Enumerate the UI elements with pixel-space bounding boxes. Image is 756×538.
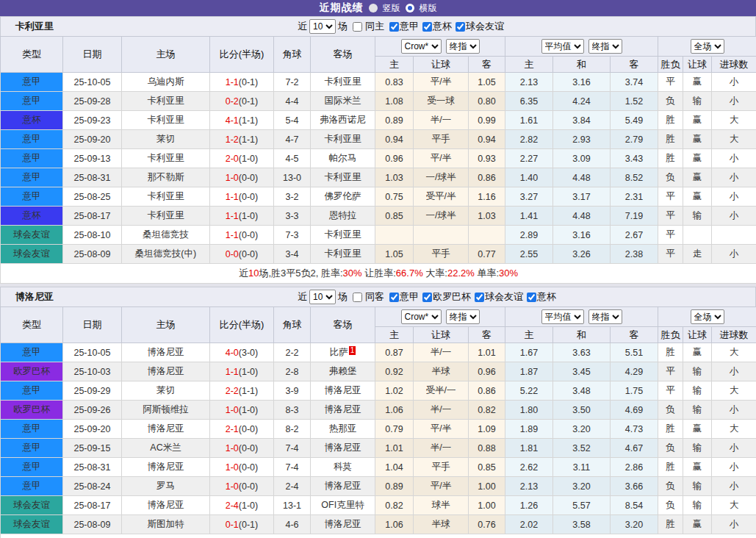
- away-team: 恩特拉: [311, 207, 375, 226]
- away-team: 博洛尼亚: [311, 477, 375, 496]
- match-score: 2-2(1-1): [210, 381, 274, 401]
- match-type-badge: 意甲: [1, 420, 63, 439]
- col-score: 比分(半场): [210, 307, 274, 343]
- result-flag: 平: [658, 381, 683, 401]
- avg-home: 1.61: [505, 111, 553, 130]
- handicap-flag: 赢: [683, 168, 712, 187]
- team-section-bologna: 博洛尼亚 近 10 场 同客 意甲欧罗巴杯球会友谊意杯 类型 日期 主场 比分(…: [0, 287, 756, 538]
- home-team: 罗马: [122, 477, 210, 496]
- match-score: 4-1(1-1): [210, 111, 274, 130]
- league-checkbox[interactable]: [422, 293, 432, 302]
- scope-select[interactable]: 全场: [691, 39, 724, 54]
- match-date: 25-09-20: [63, 420, 122, 439]
- match-score: 1-2(1-1): [210, 130, 274, 149]
- odds-home: 0.83: [375, 73, 414, 92]
- match-score: 1-0(0-0): [210, 477, 274, 496]
- match-date: 25-10-05: [63, 343, 122, 362]
- handicap-flag: 赢: [683, 515, 712, 534]
- radio-vertical-label[interactable]: 竖版: [383, 2, 400, 15]
- match-score: 1-0(0-0): [210, 168, 274, 187]
- league-filters: 意甲欧罗巴杯球会友谊意杯: [386, 290, 557, 304]
- match-date: 25-08-09: [63, 515, 122, 534]
- radio-horizontal[interactable]: [406, 4, 414, 12]
- goals-flag: 小: [712, 439, 756, 458]
- match-type-badge: 意杯: [1, 207, 63, 226]
- col-odds-handicap: 让球: [414, 57, 469, 73]
- col-date: 日期: [63, 307, 122, 343]
- col-avg-away: 客: [611, 57, 658, 73]
- result-flag: 负: [658, 92, 683, 111]
- league-checkbox[interactable]: [389, 293, 399, 302]
- match-row: 意甲25-10-05乌迪内斯1-1(0-1)7-2卡利亚里0.83平/半1.05…: [1, 73, 756, 92]
- match-score: 1-1(0-1): [210, 73, 274, 92]
- avg-away: 3.66: [611, 477, 658, 496]
- scope-dropdown: 全场: [658, 37, 756, 57]
- league-checkbox[interactable]: [422, 22, 432, 32]
- same-venue-checkbox[interactable]: [353, 22, 362, 32]
- avg-draw: 3.20: [553, 420, 611, 439]
- away-team: 帕尔马: [311, 149, 375, 168]
- odds-handicap: 半/一: [414, 343, 469, 362]
- match-date: 25-08-17: [63, 496, 122, 515]
- league-label: 意杯: [537, 290, 556, 304]
- odds-home: 1.08: [375, 92, 414, 111]
- home-team: 阿斯顿维拉: [122, 401, 210, 420]
- away-team: 热那亚: [311, 420, 375, 439]
- odds-away: 0.96: [469, 362, 505, 381]
- avg-period-select[interactable]: 终指: [588, 39, 622, 54]
- league-checkbox[interactable]: [475, 293, 484, 302]
- handicap-flag: 输: [683, 496, 712, 515]
- near-count-select[interactable]: 10: [309, 19, 336, 34]
- col-corner: 角球: [274, 37, 311, 73]
- odds-home: 0.85: [375, 207, 414, 226]
- away-team: 佛罗伦萨: [311, 187, 375, 207]
- near-count-select[interactable]: 10: [309, 290, 336, 304]
- home-team: 博洛尼亚: [122, 420, 210, 439]
- odds-source-select[interactable]: Crow*: [401, 309, 442, 324]
- match-row: 意甲25-08-31那不勒斯1-0(0-0)13-0卡利亚里1.03一/球半0.…: [1, 168, 756, 187]
- result-flag: 平: [658, 187, 683, 207]
- match-type-badge: 意杯: [1, 111, 63, 130]
- avg-draw: 4.24: [553, 92, 611, 111]
- match-row: 欧罗巴杯25-09-26阿斯顿维拉1-0(1-0)8-3博洛尼亚1.06半/一0…: [1, 401, 756, 420]
- odds-handicap: 一/球半: [414, 168, 469, 187]
- avg-away: 1.52: [611, 92, 658, 111]
- league-checkbox[interactable]: [456, 22, 465, 32]
- odds-source-select[interactable]: Crow*: [401, 39, 442, 54]
- same-venue-checkbox[interactable]: [353, 293, 362, 302]
- handicap-flag: 赢: [683, 458, 712, 477]
- odds-handicap: 半球: [414, 362, 469, 381]
- league-checkbox[interactable]: [389, 22, 399, 32]
- radio-vertical[interactable]: [369, 4, 378, 12]
- scope-select[interactable]: 全场: [691, 309, 724, 324]
- match-row: 意甲25-08-31博洛尼亚1-0(0-0)7-4科莫1.04平手0.852.6…: [1, 458, 756, 477]
- avg-home: 1.89: [505, 420, 553, 439]
- odds-away: 1.05: [469, 73, 505, 92]
- avg-draw: 3.45: [553, 362, 611, 381]
- odds-home: 1.03: [375, 168, 414, 187]
- goals-flag: 大: [712, 381, 756, 401]
- odds-away: 0.77: [469, 245, 505, 264]
- odds-period-select[interactable]: 终指: [446, 39, 480, 54]
- avg-draw: 3.26: [553, 245, 611, 264]
- odds-home: 1.05: [375, 245, 414, 264]
- handicap-flag: 赢: [683, 73, 712, 92]
- odds-period-select[interactable]: 终指: [446, 309, 480, 324]
- col-result: 胜负: [658, 327, 683, 343]
- avg-period-select[interactable]: 终指: [588, 309, 622, 324]
- goals-flag: 小: [712, 207, 756, 226]
- match-type-badge: 意甲: [1, 439, 63, 458]
- avg-source-select[interactable]: 平均值: [541, 309, 584, 324]
- handicap-flag: 赢: [683, 343, 712, 362]
- home-team: 莱切: [122, 381, 210, 401]
- match-row: 球会友谊25-08-10桑坦德竞技1-1(0-0)7-3卡利亚里2.893.16…: [1, 226, 756, 245]
- match-score: 2-0(1-0): [210, 149, 274, 168]
- corner-score: 4-7: [274, 130, 311, 149]
- radio-horizontal-label[interactable]: 横版: [420, 2, 437, 15]
- goals-flag: 小: [712, 458, 756, 477]
- corner-score: 3-2: [274, 187, 311, 207]
- handicap-flag: 赢: [683, 111, 712, 130]
- avg-source-select[interactable]: 平均值: [541, 39, 584, 54]
- league-checkbox[interactable]: [527, 293, 536, 302]
- odds-handicap: 半球: [414, 515, 469, 534]
